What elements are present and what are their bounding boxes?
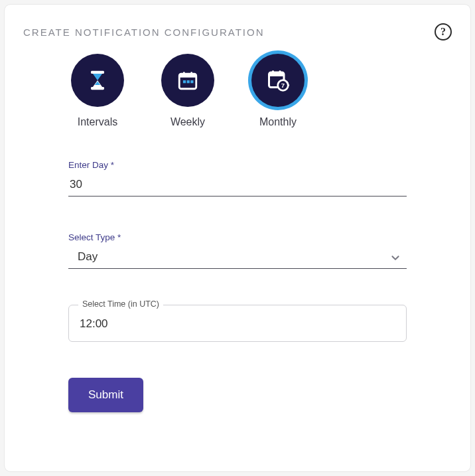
svg-text:7: 7 (281, 82, 285, 89)
svg-rect-3 (179, 74, 196, 78)
hourglass-icon (71, 54, 124, 107)
svg-rect-1 (91, 87, 104, 90)
card-body[interactable]: Intervals Weekly (5, 44, 470, 465)
type-select[interactable]: Day (68, 246, 407, 269)
tab-intervals[interactable]: Intervals (71, 54, 124, 128)
tab-weekly[interactable]: Weekly (161, 54, 214, 128)
type-field: Select Type * Day (68, 232, 407, 269)
tab-monthly[interactable]: 7 Monthly (251, 54, 305, 128)
svg-rect-7 (187, 80, 190, 83)
calendar-month-icon: 7 (251, 54, 305, 107)
card-header: CREATE NOTIFICATION CONFIGURATION ? (5, 5, 470, 40)
svg-rect-12 (279, 70, 281, 74)
svg-rect-8 (190, 80, 193, 83)
tab-label: Intervals (78, 116, 117, 128)
config-form: Enter Day * Select Type * Day Select Tim… (23, 160, 452, 412)
time-label: Select Time (in UTC) (78, 299, 163, 309)
type-label: Select Type * (68, 232, 407, 242)
day-label: Enter Day * (68, 160, 407, 170)
notification-config-card: CREATE NOTIFICATION CONFIGURATION ? Inte… (4, 4, 471, 472)
time-field: Select Time (in UTC) (68, 305, 407, 342)
svg-rect-6 (183, 80, 186, 83)
svg-rect-11 (272, 70, 274, 74)
tab-label: Monthly (259, 116, 297, 128)
submit-button[interactable]: Submit (68, 378, 143, 412)
day-input[interactable] (68, 174, 407, 197)
svg-rect-10 (269, 72, 285, 76)
calendar-week-icon (161, 54, 214, 107)
day-field: Enter Day * (68, 160, 407, 197)
tab-label: Weekly (170, 116, 205, 128)
help-icon[interactable]: ? (435, 23, 452, 40)
card-title: CREATE NOTIFICATION CONFIGURATION (23, 27, 265, 38)
svg-rect-5 (190, 72, 192, 76)
time-input[interactable] (80, 317, 395, 331)
svg-rect-0 (91, 71, 104, 74)
frequency-tabs: Intervals Weekly (23, 54, 452, 128)
svg-rect-4 (183, 72, 185, 76)
